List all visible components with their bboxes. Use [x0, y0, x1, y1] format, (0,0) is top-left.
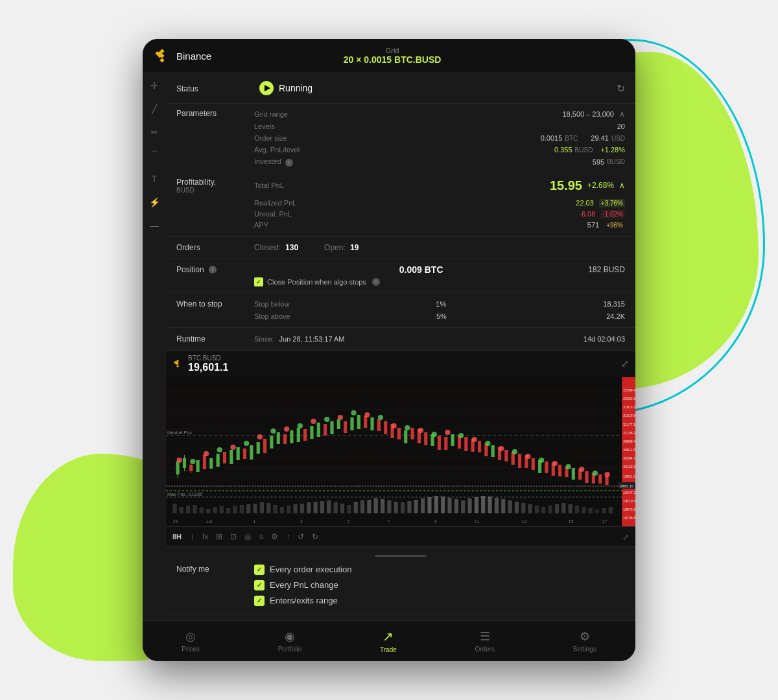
close-position-check[interactable]: ✓ [254, 277, 263, 286]
svg-rect-106 [217, 454, 220, 467]
svg-rect-90 [569, 504, 572, 513]
svg-rect-80 [501, 499, 505, 513]
svg-rect-75 [467, 498, 471, 513]
portfolio-icon: ◉ [285, 629, 295, 644]
realized-value: 22.03 [576, 199, 594, 207]
svg-rect-34 [193, 505, 196, 513]
svg-rect-122 [324, 424, 327, 436]
svg-rect-64 [394, 502, 398, 513]
text-tool[interactable]: T [147, 172, 161, 186]
undo-icon[interactable]: ↺ [298, 532, 304, 541]
chart-expand-icon[interactable]: ⤢ [621, 358, 629, 369]
main-panel: Status Running ↻ Parameters Grid range [166, 73, 635, 620]
svg-rect-38 [220, 506, 224, 513]
notify-check-1[interactable]: ✓ [254, 565, 265, 575]
status-label: Status [176, 83, 254, 93]
svg-rect-135 [411, 428, 414, 439]
fullscreen-icon[interactable]: ⤢ [622, 533, 629, 542]
fx-tool[interactable]: fx [202, 532, 208, 541]
nav-prices[interactable]: ◎ Prices [171, 627, 210, 655]
timeframe-button[interactable]: 8H [172, 533, 182, 541]
chart-header: BTC.BUSD 19,601.1 ⤢ [166, 351, 635, 377]
notify-check-3[interactable]: ✓ [254, 596, 265, 606]
eye-icon[interactable]: ◎ [244, 532, 251, 541]
chart-section: BTC.BUSD 19,601.1 ⤢ [166, 351, 635, 547]
nav-trade[interactable]: ↗ Trade [370, 626, 407, 656]
svg-rect-71 [441, 496, 445, 513]
trade-label: Trade [380, 646, 397, 653]
crosshair-chart-icon[interactable]: ⊞ [216, 532, 222, 541]
svg-point-178 [351, 410, 356, 415]
measure-tool[interactable]: ⚡ [147, 195, 161, 209]
apy-row: APY 571 +96% [254, 220, 625, 231]
close-position-info-icon: i [372, 278, 380, 286]
svg-rect-54 [327, 500, 331, 513]
chart-toolbar-tools: ⫶ fx ⊞ ⊡ ◎ ≡ ⚙ ↑ ↺ ↻ [191, 532, 318, 541]
notify-text-2: Every PnL change [270, 580, 338, 590]
svg-rect-117 [290, 430, 293, 443]
chart-price: 19,601.1 [188, 362, 228, 373]
nav-portfolio[interactable]: ◉ Portfolio [268, 627, 312, 655]
svg-rect-155 [545, 461, 548, 473]
svg-rect-60 [367, 500, 371, 513]
parameters-content: Grid range 18,500 – 23,000 ∧ Levels 20 O… [254, 108, 625, 169]
svg-point-173 [284, 426, 289, 432]
redo-icon[interactable]: ↻ [312, 532, 318, 541]
close-position-text: Close Position when algo stops [267, 278, 366, 286]
svg-rect-127 [357, 415, 360, 429]
stop-above-content: Stop above 5% 24.2K [254, 312, 625, 320]
svg-rect-81 [508, 500, 512, 513]
nav-settings[interactable]: ⚙ Settings [563, 627, 607, 655]
svg-point-171 [257, 434, 263, 439]
svg-rect-41 [240, 505, 244, 513]
screenshot-icon[interactable]: ⊡ [230, 532, 237, 541]
svg-text:19601.10: 19601.10 [619, 484, 633, 488]
header-center: Grid 20 × 0.0015 BTC.BUSD [344, 47, 442, 65]
apy-pct: +96% [604, 221, 625, 229]
status-value: Running [279, 83, 312, 93]
svg-point-190 [512, 449, 517, 454]
svg-point-185 [445, 430, 450, 435]
svg-rect-43 [253, 504, 257, 513]
chart-pair-info: BTC.BUSD 19,601.1 [188, 355, 228, 373]
svg-rect-52 [314, 502, 318, 513]
svg-text:1: 1 [253, 519, 255, 524]
svg-rect-164 [605, 476, 608, 485]
orders-nav-label: Orders [475, 646, 495, 653]
stop-below-label: Stop below [254, 300, 289, 308]
svg-rect-116 [283, 434, 287, 444]
chart-svg: Neutral Pos. Max Pos. 0.0165 [166, 377, 635, 526]
nav-orders[interactable]: ☰ Orders [464, 627, 505, 655]
curve-tool[interactable]: ⌒ [147, 148, 161, 163]
share-icon[interactable]: ↑ [286, 532, 290, 541]
svg-text:15: 15 [569, 519, 574, 524]
position-row: Position i 0.009 BTC 182 BUSD [176, 264, 625, 275]
svg-point-170 [244, 441, 249, 446]
svg-text:20868.42: 20868.42 [623, 439, 635, 443]
crosshair-tool[interactable]: ✛ [147, 78, 161, 93]
svg-text:9: 9 [434, 519, 437, 524]
pnl-rows: Realized PnL 22.03 +3.76% Unreal. PnL -6… [176, 198, 625, 231]
notify-item-2: ✓ Every PnL change [254, 580, 351, 590]
closed-orders-value: 130 [285, 243, 298, 252]
svg-rect-56 [340, 504, 344, 513]
order-size-row: Order size 0.0015 BTC 29.41 USD [254, 132, 625, 144]
parameters-label: Parameters [176, 108, 254, 118]
layers-icon[interactable]: ≡ [259, 532, 263, 541]
chart-binance-logo [172, 358, 183, 369]
magnet-tool[interactable]: — [147, 218, 161, 233]
avg-pnl-label: Avg. PnL/level [254, 146, 300, 154]
svg-rect-46 [273, 505, 277, 513]
line-tool[interactable]: ╱ [147, 102, 161, 116]
indicators-icon[interactable]: ⫶ [191, 532, 194, 541]
refresh-icon[interactable]: ↻ [617, 82, 625, 95]
svg-rect-83 [521, 503, 525, 513]
settings-chart-icon[interactable]: ⚙ [271, 532, 278, 541]
stop-above-pct: 5% [429, 312, 454, 320]
notify-check-2[interactable]: ✓ [254, 580, 265, 590]
svg-rect-85 [535, 506, 539, 513]
scissors-tool[interactable]: ✂ [147, 125, 161, 139]
svg-rect-118 [297, 428, 300, 442]
notify-section: Notify me ✓ Every order execution ✓ Ever… [166, 547, 635, 614]
svg-rect-108 [230, 450, 233, 464]
